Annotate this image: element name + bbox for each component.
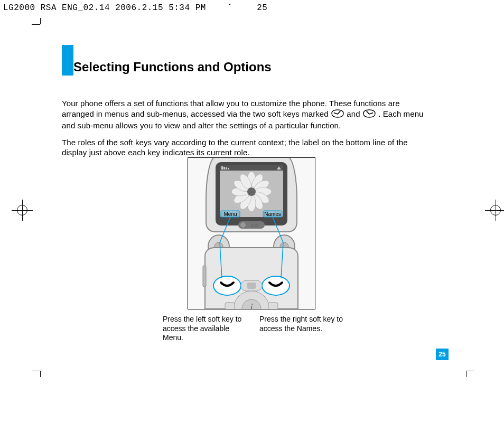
p1b: and [347,109,362,118]
paragraph-2: The roles of the soft keys vary accordin… [62,137,432,158]
svg-rect-38 [268,303,278,309]
crop-mark [32,371,40,371]
crop-mark [466,371,474,371]
svg-text:i: i [250,302,253,309]
left-softkey-icon [331,109,344,121]
paragraph-1: Your phone offers a set of functions tha… [62,98,432,131]
right-softkey-icon [362,109,376,121]
svg-point-25 [240,222,246,228]
phone-illustration: 7.37PM Jan 03 Menu Names LG [188,157,315,309]
screen-soft-left: Menu [223,211,237,217]
page-title: Selecting Functions and Options [73,60,272,74]
svg-rect-5 [223,167,225,170]
svg-rect-37 [225,303,235,309]
slug-caret: ˇ [227,3,232,13]
slug-line: LG2000 RSA ENG_02.14 2006.2.15 5:34 PM ˇ… [3,3,267,13]
slug-text: LG2000 RSA ENG_02.14 2006.2.15 5:34 PM [3,3,206,13]
svg-rect-6 [226,167,227,170]
slug-page-hint: 25 [257,3,267,13]
caption-left: Press the left soft key to access the av… [163,315,247,343]
page: LG2000 RSA ENG_02.14 2006.2.15 5:34 PM ˇ… [0,0,504,423]
caption-right: Press the right soft key to access the N… [259,315,344,333]
brand-badge: LG [251,223,258,228]
page-number-badge: 25 [436,349,449,360]
crop-mark [32,24,40,25]
registration-mark-right [485,200,504,221]
body-text: Your phone offers a set of functions tha… [62,98,432,164]
screen-soft-right: Names [264,211,281,217]
svg-rect-4 [221,166,223,170]
svg-rect-34 [247,283,256,289]
svg-point-21 [247,187,256,196]
svg-rect-7 [228,168,229,170]
crop-mark [40,371,41,377]
title-accent [62,45,73,76]
crop-mark [40,18,41,24]
registration-mark-left [12,200,33,221]
svg-rect-30 [203,266,206,287]
crop-mark [466,371,466,377]
